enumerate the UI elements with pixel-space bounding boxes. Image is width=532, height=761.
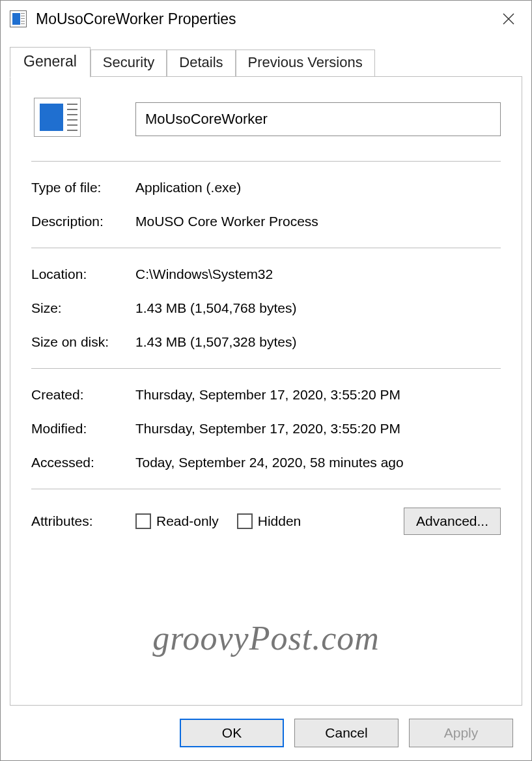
filename-input[interactable] bbox=[135, 102, 501, 136]
attributes-label: Attributes: bbox=[31, 513, 135, 529]
type-of-file-label: Type of file: bbox=[31, 180, 135, 195]
readonly-checkbox[interactable]: Read-only bbox=[135, 513, 219, 529]
location-value: C:\Windows\System32 bbox=[135, 266, 501, 282]
separator bbox=[31, 489, 501, 489]
close-button[interactable] bbox=[486, 1, 531, 37]
type-of-file-value: Application (.exe) bbox=[135, 180, 501, 195]
file-type-icon bbox=[34, 98, 81, 137]
readonly-label: Read-only bbox=[156, 513, 219, 529]
advanced-button[interactable]: Advanced... bbox=[404, 508, 501, 535]
size-value: 1.43 MB (1,504,768 bytes) bbox=[135, 300, 501, 316]
tab-security[interactable]: Security bbox=[91, 50, 167, 77]
window-title: MoUsoCoreWorker Properties bbox=[36, 10, 486, 28]
dialog-footer: OK Cancel Apply bbox=[10, 706, 522, 760]
accessed-label: Accessed: bbox=[31, 455, 135, 470]
location-label: Location: bbox=[31, 266, 135, 282]
separator bbox=[31, 161, 501, 162]
separator bbox=[31, 368, 501, 369]
created-value: Thursday, September 17, 2020, 3:55:20 PM bbox=[135, 387, 501, 403]
checkbox-icon bbox=[135, 513, 151, 529]
size-on-disk-value: 1.43 MB (1,507,328 bytes) bbox=[135, 334, 501, 350]
modified-value: Thursday, September 17, 2020, 3:55:20 PM bbox=[135, 421, 501, 437]
hidden-label: Hidden bbox=[258, 513, 301, 529]
hidden-checkbox[interactable]: Hidden bbox=[237, 513, 301, 529]
tab-host: General Security Details Previous Versio… bbox=[10, 46, 522, 706]
modified-label: Modified: bbox=[31, 421, 135, 437]
file-type-icon-cell bbox=[31, 98, 135, 140]
separator bbox=[31, 248, 501, 248]
tab-previous-versions[interactable]: Previous Versions bbox=[236, 50, 375, 77]
tab-strip: General Security Details Previous Versio… bbox=[10, 46, 522, 77]
ok-button[interactable]: OK bbox=[180, 719, 284, 747]
size-label: Size: bbox=[31, 300, 135, 316]
titlebar: MoUsoCoreWorker Properties bbox=[1, 1, 531, 37]
tab-general[interactable]: General bbox=[10, 47, 91, 78]
apply-button: Apply bbox=[409, 719, 513, 747]
checkbox-icon bbox=[237, 513, 253, 529]
tab-details[interactable]: Details bbox=[167, 50, 235, 77]
properties-dialog: MoUsoCoreWorker Properties General Secur… bbox=[0, 0, 532, 761]
description-label: Description: bbox=[31, 214, 135, 229]
accessed-value: Today, September 24, 2020, 58 minutes ag… bbox=[135, 455, 501, 470]
tab-page-general: Type of file: Application (.exe) Descrip… bbox=[10, 76, 522, 706]
description-value: MoUSO Core Worker Process bbox=[135, 214, 501, 229]
client-area: General Security Details Previous Versio… bbox=[1, 37, 531, 760]
created-label: Created: bbox=[31, 387, 135, 403]
close-icon bbox=[502, 12, 515, 25]
cancel-button[interactable]: Cancel bbox=[294, 719, 399, 747]
app-icon bbox=[10, 10, 27, 27]
size-on-disk-label: Size on disk: bbox=[31, 334, 135, 350]
